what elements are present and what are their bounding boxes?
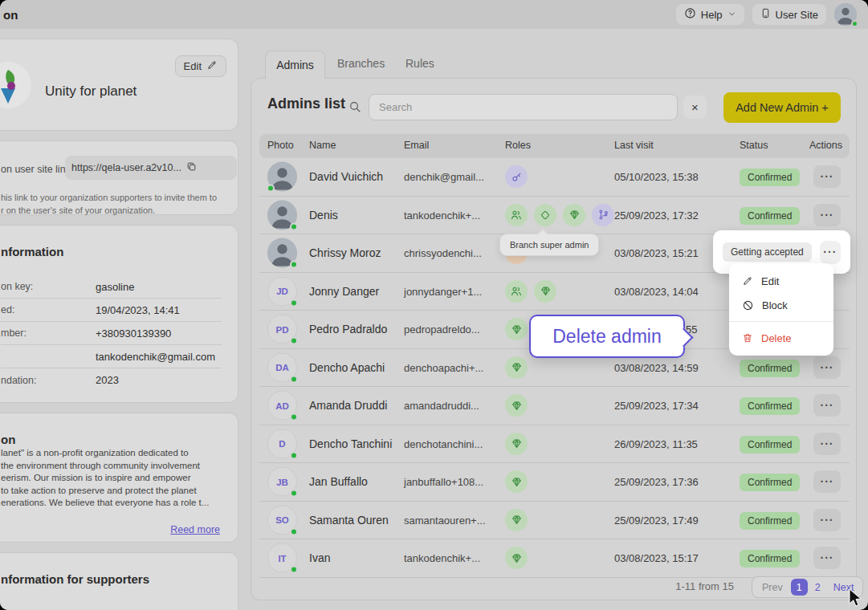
- admin-last-visit: 03/08/2023, 15:17: [614, 552, 699, 564]
- pagination-page-2[interactable]: 2: [809, 582, 826, 593]
- info-row: ndation:2023: [1, 368, 222, 392]
- gem-icon: [505, 356, 528, 379]
- admin-avatar: AD: [267, 391, 297, 421]
- app-logo-text: on: [3, 8, 18, 22]
- admin-last-visit: 25/09/2023, 17:32: [614, 209, 699, 221]
- row-actions-button[interactable]: ···: [813, 394, 841, 417]
- table-row[interactable]: SO Samanta Ouren samantaouren+... 25/09/…: [259, 502, 850, 540]
- info-row: tankodenchik@gmail.com: [1, 345, 222, 368]
- menu-item-label: Edit: [761, 275, 779, 287]
- admin-email: janbuffallo+108...: [404, 476, 483, 488]
- info-card-heading: nformation: [1, 245, 63, 258]
- delete-admin-callout: Delete admin: [529, 315, 685, 358]
- admin-name: Jan Buffallo: [309, 475, 368, 488]
- admin-email: samantaouren+...: [404, 514, 486, 526]
- table-row[interactable]: AD Amanda Druddi amandadruddi... 25/09/2…: [259, 387, 850, 425]
- online-dot: [290, 527, 298, 535]
- initials-avatar: D: [267, 429, 297, 458]
- admin-name: Pedro Padraldo: [309, 323, 387, 336]
- photo-avatar: [267, 162, 297, 192]
- app-window: on Help User Site Unity for planet Edit: [0, 0, 868, 610]
- site-link-help: his link to your organization supporters…: [1, 191, 217, 217]
- status-badge: Confirmed: [740, 512, 800, 530]
- photo-avatar: [267, 238, 297, 268]
- search-clear-button[interactable]: ×: [683, 96, 707, 119]
- admin-name: Dencho Apachi: [309, 361, 385, 374]
- row-actions-button[interactable]: ···: [813, 433, 841, 455]
- table-row[interactable]: Denis tankodenchik+... 25/09/2023, 17:32…: [259, 197, 850, 235]
- status-badge: Confirmed: [740, 436, 800, 453]
- menu-divider: [729, 321, 833, 322]
- table-row[interactable]: JB Jan Buffallo janbuffallo+108... 25/09…: [259, 463, 850, 502]
- help-button[interactable]: Help: [676, 4, 744, 25]
- user-site-button[interactable]: User Site: [752, 4, 826, 25]
- row-actions-button[interactable]: ···: [820, 241, 841, 264]
- admin-email: jonnydanger+1...: [404, 285, 482, 297]
- info-value: 19/04/2023, 14:41: [96, 304, 180, 316]
- admin-last-visit: 26/09/2023, 11:35: [614, 437, 698, 449]
- info-label: on key:: [1, 281, 96, 292]
- tab-branches[interactable]: Branches: [337, 57, 385, 70]
- online-dot: [290, 337, 298, 345]
- admin-status: Confirmed: [740, 513, 800, 527]
- account-avatar[interactable]: [834, 3, 857, 26]
- admin-roles: [505, 356, 528, 379]
- online-dot: [290, 413, 298, 421]
- add-new-admin-button[interactable]: Add New Admin +: [723, 92, 841, 123]
- menu-item-edit[interactable]: Edit: [729, 269, 833, 293]
- status-badge: Confirmed: [740, 397, 800, 415]
- user-site-button-label: User Site: [776, 9, 818, 21]
- search-input[interactable]: [369, 94, 678, 120]
- online-dot: [290, 451, 298, 459]
- org-edit-button[interactable]: Edit: [175, 55, 226, 77]
- admin-status: Confirmed: [740, 398, 800, 413]
- copy-icon[interactable]: [186, 161, 197, 174]
- online-dot: [267, 185, 275, 193]
- info-value: +380930139390: [96, 327, 171, 340]
- info-value: gasoline: [96, 281, 134, 293]
- online-dot: [290, 261, 298, 269]
- menu-item-delete[interactable]: Delete: [729, 326, 833, 350]
- info-value: tankodenchik@gmail.com: [96, 351, 215, 363]
- admin-avatar: JB: [267, 467, 297, 497]
- menu-item-label: Delete: [761, 332, 792, 344]
- row-actions-button[interactable]: ···: [813, 509, 841, 531]
- mouse-cursor: [848, 588, 866, 610]
- status-badge: Confirmed: [740, 207, 800, 225]
- info-label: ndation:: [1, 375, 96, 386]
- info-row: ed:19/04/2023, 14:41: [1, 299, 222, 322]
- table-row[interactable]: David Vuichich denchik@gmail... 05/10/20…: [259, 158, 850, 197]
- row-actions-button[interactable]: ···: [813, 204, 841, 226]
- row-actions-button[interactable]: ···: [813, 356, 841, 379]
- admin-email: tankodenchik+...: [404, 552, 480, 564]
- info-row: mber:+380930139390: [1, 322, 222, 345]
- initials-avatar: DA: [267, 352, 297, 382]
- trash-icon: [742, 332, 753, 344]
- site-link-label: on user site link:: [1, 164, 73, 175]
- menu-item-block[interactable]: Block: [729, 293, 833, 317]
- chevron-down-icon: [727, 9, 736, 21]
- admin-avatar: JD: [267, 276, 297, 306]
- row-actions-button[interactable]: ···: [813, 547, 841, 569]
- pagination-prev[interactable]: Prev: [756, 582, 789, 593]
- pagination-page-1[interactable]: 1: [791, 579, 808, 596]
- table-row[interactable]: IT Ivan tankodenchik+... 03/08/2023, 15:…: [259, 539, 850, 578]
- online-dot: [290, 490, 298, 498]
- admin-email: denchoapachi+...: [404, 361, 483, 373]
- table-row[interactable]: D Dencho Tanchini denchotanchini... 26/0…: [259, 425, 850, 464]
- initials-avatar: JD: [267, 276, 297, 306]
- admin-email: denchotanchini...: [404, 437, 483, 449]
- admin-roles: [505, 280, 556, 303]
- admin-avatar: [267, 200, 297, 230]
- users-icon: [505, 280, 528, 303]
- row-actions-button[interactable]: ···: [813, 470, 841, 493]
- admin-roles: [505, 165, 528, 188]
- info-card: nformation on key:gasolineed:19/04/2023,…: [0, 225, 238, 403]
- site-link-value: https://qela-user.a2v10...: [71, 162, 181, 173]
- site-link-chip[interactable]: https://qela-user.a2v10...: [65, 156, 237, 180]
- row-actions-button[interactable]: ···: [813, 165, 841, 188]
- read-more-link[interactable]: Reed more: [170, 524, 220, 535]
- tab-rules[interactable]: Rules: [405, 57, 434, 70]
- tab-admins[interactable]: Admins: [265, 51, 325, 79]
- admin-name: Chrissy Moroz: [309, 246, 381, 259]
